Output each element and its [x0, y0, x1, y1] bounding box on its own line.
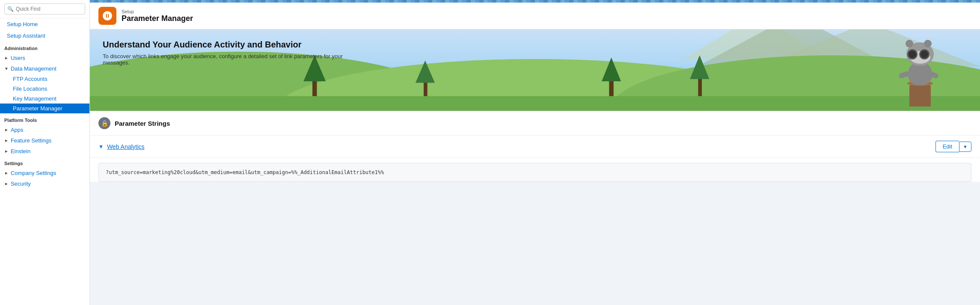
edit-button[interactable]: Edit	[935, 141, 959, 152]
app-icon	[98, 7, 116, 25]
chevron-right-icon-feature: ►	[4, 138, 9, 143]
sidebar: 🔍 Setup Home Setup Assistant Administrat…	[0, 0, 90, 305]
sidebar-item-security[interactable]: ► Security	[0, 178, 89, 189]
sidebar-item-apps[interactable]: ► Apps	[0, 124, 89, 135]
sidebar-item-setup-home[interactable]: Setup Home	[0, 18, 89, 30]
hero-subtitle: To discover which links engage your audi…	[103, 53, 359, 66]
sidebar-item-users[interactable]: ► Users	[0, 53, 89, 63]
search-input[interactable]	[4, 3, 85, 15]
sidebar-item-feature-settings[interactable]: ► Feature Settings	[0, 135, 89, 146]
svg-rect-13	[698, 77, 702, 96]
sidebar-item-setup-assistant[interactable]: Setup Assistant	[0, 30, 89, 41]
web-analytics-row: ▼ Web Analytics Edit ▼	[90, 136, 980, 158]
hero-text: Understand Your Audience Activity and Be…	[103, 40, 359, 66]
hero-character	[894, 42, 946, 107]
setup-label: Setup	[122, 9, 193, 14]
sidebar-section-platform-tools: Platform Tools	[0, 113, 89, 124]
param-strings-header: 🔒 Parameter Strings	[90, 111, 980, 136]
sidebar-section-settings: Settings	[0, 157, 89, 168]
parameter-manager-icon	[102, 10, 113, 21]
chevron-down-icon: ▼	[4, 66, 9, 71]
chevron-down-icon-analytics[interactable]: ▼	[98, 144, 104, 150]
svg-rect-6	[90, 96, 980, 111]
sidebar-item-einstein[interactable]: ► Einstein	[0, 146, 89, 157]
chevron-right-icon-security: ►	[4, 181, 9, 186]
dropdown-button[interactable]: ▼	[959, 142, 971, 152]
chevron-right-icon-einstein: ►	[4, 149, 9, 154]
chevron-right-icon: ►	[4, 56, 9, 60]
lock-icon: 🔒	[98, 117, 110, 129]
sidebar-subitem-parameter-manager[interactable]: Parameter Manager	[0, 104, 89, 113]
main-content: Setup Parameter Manager Understand Your …	[90, 0, 980, 305]
page-title: Parameter Manager	[122, 14, 193, 23]
sidebar-subitem-key-management[interactable]: Key Management	[0, 94, 89, 104]
sidebar-item-data-management[interactable]: ▼ Data Management	[0, 63, 89, 74]
sidebar-subitem-file-locations[interactable]: File Locations	[0, 84, 89, 94]
param-strings-section: 🔒 Parameter Strings ▼ Web Analytics Edit…	[90, 111, 980, 182]
param-strings-title: Parameter Strings	[115, 120, 170, 127]
web-analytics-link[interactable]: Web Analytics	[107, 143, 145, 150]
header-text: Setup Parameter Manager	[122, 9, 193, 23]
svg-rect-11	[609, 80, 613, 96]
search-icon: 🔍	[7, 6, 14, 12]
header-bar: Setup Parameter Manager	[90, 3, 980, 30]
sidebar-search-container: 🔍	[0, 0, 89, 18]
web-analytics-left: ▼ Web Analytics	[98, 143, 145, 150]
sidebar-item-company-settings[interactable]: ► Company Settings	[0, 168, 89, 178]
utm-string-box: ?utm_source=marketing%20cloud&utm_medium…	[98, 163, 971, 182]
chevron-right-icon-company: ►	[4, 171, 9, 175]
hero-title: Understand Your Audience Activity and Be…	[103, 40, 359, 50]
content-area: 🔒 Parameter Strings ▼ Web Analytics Edit…	[90, 111, 980, 305]
hero-banner: Understand Your Audience Activity and Be…	[90, 30, 980, 111]
sidebar-subitem-ftp-accounts[interactable]: FTP Accounts	[0, 74, 89, 84]
svg-rect-9	[424, 81, 428, 96]
web-analytics-buttons: Edit ▼	[935, 141, 971, 152]
sidebar-section-administration: Administration	[0, 41, 89, 53]
chevron-right-icon-apps: ►	[4, 127, 9, 132]
